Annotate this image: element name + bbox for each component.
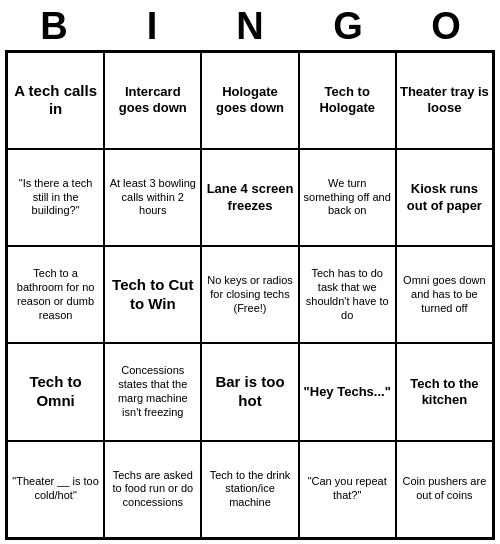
bingo-cell-20: "Theater __ is too cold/hot"	[7, 441, 104, 538]
bingo-letter-i: I	[103, 6, 201, 48]
bingo-cell-4: Theater tray is loose	[396, 52, 493, 149]
bingo-cell-2: Hologate goes down	[201, 52, 298, 149]
bingo-cell-5: "Is there a tech still in the building?"	[7, 149, 104, 246]
bingo-cell-6: At least 3 bowling calls within 2 hours	[104, 149, 201, 246]
bingo-cell-14: Omni goes down and has to be turned off	[396, 246, 493, 343]
bingo-cell-24: Coin pushers are out of coins	[396, 441, 493, 538]
bingo-letter-g: G	[299, 6, 397, 48]
bingo-grid: A tech calls inIntercard goes downHologa…	[5, 50, 495, 540]
bingo-cell-15: Tech to Omni	[7, 343, 104, 440]
bingo-cell-16: Concessions states that the marg machine…	[104, 343, 201, 440]
bingo-cell-12: No keys or radios for closing techs (Fre…	[201, 246, 298, 343]
bingo-cell-0: A tech calls in	[7, 52, 104, 149]
bingo-header: BINGO	[5, 6, 495, 48]
bingo-cell-10: Tech to a bathroom for no reason or dumb…	[7, 246, 104, 343]
bingo-cell-3: Tech to Hologate	[299, 52, 396, 149]
bingo-cell-1: Intercard goes down	[104, 52, 201, 149]
bingo-letter-n: N	[201, 6, 299, 48]
bingo-cell-11: Tech to Cut to Win	[104, 246, 201, 343]
bingo-letter-b: B	[5, 6, 103, 48]
bingo-cell-21: Techs are asked to food run or do conces…	[104, 441, 201, 538]
bingo-letter-o: O	[397, 6, 495, 48]
bingo-cell-13: Tech has to do task that we shouldn't ha…	[299, 246, 396, 343]
bingo-cell-8: We turn something off and back on	[299, 149, 396, 246]
bingo-cell-7: Lane 4 screen freezes	[201, 149, 298, 246]
bingo-cell-18: "Hey Techs..."	[299, 343, 396, 440]
bingo-cell-23: "Can you repeat that?"	[299, 441, 396, 538]
bingo-cell-22: Tech to the drink station/ice machine	[201, 441, 298, 538]
bingo-cell-19: Tech to the kitchen	[396, 343, 493, 440]
bingo-cell-17: Bar is too hot	[201, 343, 298, 440]
bingo-cell-9: Kiosk runs out of paper	[396, 149, 493, 246]
